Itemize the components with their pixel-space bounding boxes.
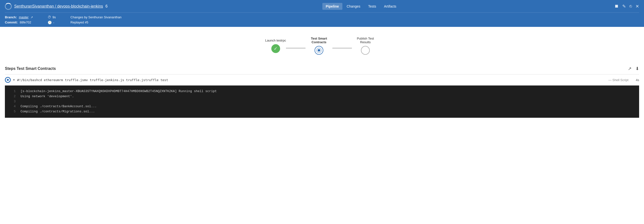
- log-line-num-1: 1: [10, 89, 16, 94]
- stage-test-contracts-label: Test Smart Contracts: [306, 37, 332, 44]
- connector-1: [286, 43, 306, 48]
- log-line-text-2: Using network 'development'.: [20, 94, 74, 99]
- nav-item-pipeline[interactable]: Pipeline: [322, 3, 342, 10]
- step-chevron-icon[interactable]: ▾: [13, 78, 15, 82]
- stage-publish-circle[interactable]: [361, 46, 370, 55]
- stage-publish: Publish Test Results: [352, 37, 379, 55]
- log-line-text-1: [s-blockchain-jenkins_master-XBUAS3STYNA…: [20, 89, 217, 94]
- stage-publish-label: Publish Test Results: [352, 37, 379, 44]
- step-duration: 4s: [636, 78, 639, 82]
- time-row: 🕐 -: [48, 20, 56, 24]
- replayed-text: Replayed #5: [70, 20, 122, 24]
- branch-row: Branch: master ↗: [5, 16, 33, 19]
- logout-icon[interactable]: ⎋: [629, 4, 632, 9]
- external-link-icon[interactable]: ↗: [628, 66, 632, 71]
- log-line: 1 [s-blockchain-jenkins_master-XBUAS3STY…: [10, 89, 634, 94]
- repo-link[interactable]: SenthuranSivananthan / devops-blockchain…: [14, 4, 103, 8]
- running-dot: [317, 48, 321, 52]
- header-meta: Branch: master ↗ Commit: 88fe702 ⏱ 9s 🕐 …: [5, 13, 639, 27]
- duration-value: 9s: [52, 16, 56, 19]
- log-line-text-4: Compiling ./contracts/BankAccount.sol...: [20, 104, 97, 109]
- header: SenthuranSivananthan / devops-blockchain…: [0, 0, 644, 27]
- stop-icon[interactable]: ⏹: [614, 4, 619, 9]
- log-line: 3: [10, 99, 634, 104]
- log-line-num-5: 5: [10, 109, 16, 114]
- build-spinner-icon: [5, 3, 12, 10]
- connector-2: [332, 43, 352, 48]
- log-output: 1 [s-blockchain-jenkins_master-XBUAS3STY…: [5, 86, 639, 118]
- duration-clock-icon: ⏱: [48, 15, 51, 19]
- commit-value: 88fe702: [20, 20, 31, 24]
- log-line-num-4: 4: [10, 104, 16, 109]
- steps-actions: ↗ ⬇: [628, 66, 639, 71]
- nav-item-artifacts[interactable]: Artifacts: [380, 3, 400, 10]
- header-nav: Pipeline Changes Tests Artifacts: [322, 3, 400, 10]
- download-icon[interactable]: ⬇: [636, 66, 639, 71]
- edit-icon[interactable]: ✎: [622, 4, 626, 9]
- steps-title: Steps Test Smart Contracts: [5, 66, 56, 71]
- meta-branch-commit: Branch: master ↗ Commit: 88fe702: [5, 16, 33, 24]
- step-status-icon: [5, 77, 11, 83]
- branch-value[interactable]: master: [19, 16, 28, 19]
- nav-item-tests[interactable]: Tests: [365, 3, 380, 10]
- step-type: — Shell Script: [608, 78, 628, 82]
- nav-item-changes[interactable]: Changes: [343, 3, 364, 10]
- time-value: -: [53, 21, 54, 24]
- meta-timing: ⏱ 9s 🕐 -: [48, 15, 56, 24]
- stage-test-contracts-circle[interactable]: [314, 46, 323, 55]
- stage-launch: Launch testrpc ✓: [265, 38, 286, 53]
- step-row: ▾ #!/bin/bashcd ethereumrm truffle.jsmv …: [5, 74, 639, 86]
- header-actions: ⏹ ✎ ⎋ ✕: [614, 4, 639, 9]
- header-title: SenthuranSivananthan / devops-blockchain…: [5, 3, 108, 10]
- log-line-text-5: Compiling ./contracts/Migrations.sol...: [20, 109, 95, 114]
- duration-row: ⏱ 9s: [48, 15, 56, 19]
- meta-changes: Changes by Senthuran Sivananthan Replaye…: [70, 16, 122, 24]
- log-line-num-3: 3: [10, 99, 16, 104]
- pipeline-stages: Launch testrpc ✓ Test Smart Contracts Pu…: [265, 37, 379, 55]
- stage-launch-label: Launch testrpc: [265, 38, 286, 42]
- step-running-dot: [7, 79, 9, 81]
- check-icon: ✓: [274, 46, 278, 51]
- step-label: #!/bin/bashcd ethereumrm truffle.jsmv tr…: [17, 78, 606, 82]
- time-clock-icon: 🕐: [48, 20, 52, 24]
- steps-section: Steps Test Smart Contracts ↗ ⬇ ▾ #!/bin/…: [0, 62, 644, 118]
- branch-external-icon[interactable]: ↗: [30, 16, 33, 19]
- log-line-num-2: 2: [10, 94, 16, 99]
- changes-text: Changes by Senthuran Sivananthan: [70, 16, 122, 19]
- log-line: 2 Using network 'development'.: [10, 94, 634, 99]
- stage-test-contracts: Test Smart Contracts: [306, 37, 332, 55]
- log-line: 5 Compiling ./contracts/Migrations.sol..…: [10, 109, 634, 114]
- close-icon[interactable]: ✕: [636, 4, 639, 9]
- commit-row: Commit: 88fe702: [5, 20, 33, 24]
- build-number: 6: [106, 4, 108, 8]
- log-line: 4 Compiling ./contracts/BankAccount.sol.…: [10, 104, 634, 109]
- branch-label: Branch:: [5, 16, 17, 19]
- steps-header: Steps Test Smart Contracts ↗ ⬇: [5, 62, 639, 74]
- commit-label: Commit:: [5, 20, 18, 24]
- header-top: SenthuranSivananthan / devops-blockchain…: [5, 0, 639, 13]
- stage-launch-circle[interactable]: ✓: [271, 44, 280, 53]
- pipeline-canvas: Launch testrpc ✓ Test Smart Contracts Pu…: [0, 27, 644, 62]
